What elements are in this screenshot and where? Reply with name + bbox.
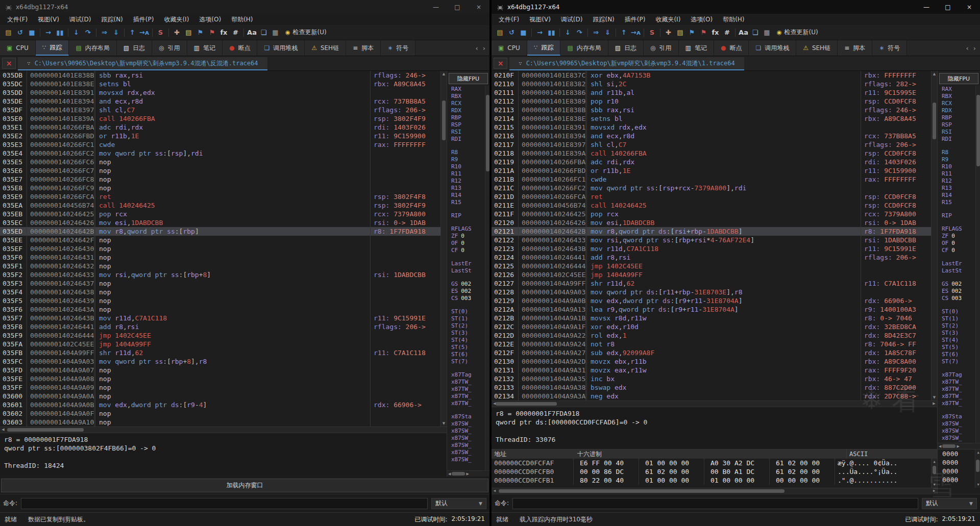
- register-item[interactable]: OF 0: [451, 240, 489, 247]
- register-item[interactable]: x87Tag: [451, 371, 489, 379]
- register-item[interactable]: [451, 365, 489, 371]
- register-item[interactable]: [942, 206, 980, 212]
- register-item[interactable]: CF 0: [451, 247, 489, 254]
- hide-fpu-button[interactable]: 隐藏FPU: [449, 73, 488, 84]
- register-item[interactable]: x87TW_: [942, 386, 980, 393]
- scroll-up-icon[interactable]: ▲: [441, 71, 447, 77]
- register-item[interactable]: x87SW_: [451, 456, 489, 463]
- label-icon[interactable]: ⚑: [686, 25, 698, 40]
- register-item[interactable]: x87SW_: [942, 435, 980, 442]
- trace-row[interactable]: 0212F 00000001404A9A27 sub edx,92099A8F …: [492, 348, 931, 357]
- function-icon[interactable]: fx: [709, 25, 721, 40]
- register-item[interactable]: [942, 407, 980, 413]
- registers-list[interactable]: RAX RBX RCX RDX RBP: [938, 86, 980, 443]
- registers-h-scrollbar[interactable]: ◀ ▶: [447, 470, 489, 477]
- layout-icon[interactable]: ▦: [761, 25, 773, 40]
- comment-icon[interactable]: ▤: [183, 25, 194, 40]
- trace-row[interactable]: 0212C 00000001404A9A1F xor edx,r10d rdx:…: [492, 322, 931, 331]
- register-item[interactable]: RDX: [451, 107, 489, 114]
- register-item[interactable]: [451, 302, 489, 308]
- command-type-select[interactable]: 默认 ▼: [431, 498, 486, 509]
- trace-row[interactable]: 02121 000000014024642B mov r8,qword ptr …: [492, 227, 931, 236]
- register-item[interactable]: x87SW_: [451, 435, 489, 442]
- trace-row[interactable]: 03600 00000001404A9A0A nop: [0, 392, 440, 400]
- script-toolbar-icon[interactable]: S: [646, 25, 658, 40]
- stack-preview-pane[interactable]: 0000000000000000 ▲ ▼: [938, 449, 980, 494]
- scrollbar-thumb[interactable]: [442, 101, 446, 140]
- register-item[interactable]: R9: [942, 156, 980, 163]
- trace-row[interactable]: 0211D 0000000140266FCA ret rsp: CCD0FCF8: [492, 192, 931, 201]
- trace-row[interactable]: 02119 0000000140266FBA adc rdi,rdx rdi: …: [492, 158, 931, 166]
- menu-item[interactable]: 选项(O): [685, 15, 718, 24]
- minimize-button[interactable]: —: [916, 0, 937, 14]
- step-out-icon[interactable]: ⇓: [602, 25, 614, 40]
- register-item[interactable]: CF 0: [942, 247, 980, 254]
- trace-row[interactable]: 035FE 00000001404A9A08 nop: [0, 374, 440, 383]
- register-item[interactable]: R10: [942, 163, 980, 170]
- scroll-up-icon[interactable]: ▲: [932, 459, 937, 465]
- register-item[interactable]: RAX: [942, 86, 980, 93]
- hash-icon[interactable]: #: [721, 25, 733, 40]
- step-over-icon[interactable]: ↷: [574, 25, 585, 40]
- register-item[interactable]: RBX: [451, 93, 489, 100]
- trace-row[interactable]: 035E2 0000000140266FBD or r11b,1E r11: 9…: [0, 132, 440, 140]
- dump-row[interactable]: 000000CCD0FCFB1 80 22 00 40 01 00 00 00 …: [492, 476, 931, 485]
- trace-row[interactable]: 035E7 0000000140266FC8 nop: [0, 175, 440, 184]
- registers-scrollbar[interactable]: [485, 86, 489, 470]
- tab-breakpoints[interactable]: ●断点: [714, 40, 749, 56]
- label-icon[interactable]: ⚑: [194, 25, 206, 40]
- register-item[interactable]: ST(4): [942, 337, 980, 344]
- trace-file-tab[interactable]: ∵ C:\Users\90965\Desktop\新vmp研究\刺杀vmp3.9…: [18, 57, 267, 70]
- font-icon[interactable]: Aa: [246, 25, 258, 40]
- register-item[interactable]: RDX: [942, 107, 980, 114]
- tab-script[interactable]: ≡脚本: [346, 40, 381, 56]
- trace-row[interactable]: 035EF 0000000140246430 nop: [0, 244, 440, 253]
- trace-row[interactable]: 035EA 0000000140456B74 call 140246425 rs…: [0, 201, 440, 210]
- close-button[interactable]: ×: [959, 0, 980, 14]
- register-item[interactable]: ST(4): [451, 337, 489, 344]
- trace-row[interactable]: 035ED 000000014024642B mov r8,qword ptr …: [0, 227, 440, 236]
- dump-rows[interactable]: 000000CCD0FCFAF E6 FF 00 40 01 00 00 00 …: [492, 459, 931, 488]
- minimize-button[interactable]: —: [425, 0, 447, 14]
- trace-row[interactable]: 035EE 000000014024642F nop: [0, 236, 440, 244]
- load-memory-button[interactable]: 加载内存窗口: [1, 479, 488, 492]
- menu-item[interactable]: 收藏夹(I): [159, 15, 194, 24]
- trace-row[interactable]: 02132 00000001404A9A35 inc bx rbx: 46-> …: [492, 374, 931, 383]
- register-item[interactable]: RCX: [451, 100, 489, 107]
- toolbar-icon[interactable]: [531, 29, 532, 37]
- scroll-right-icon[interactable]: ▶: [957, 444, 959, 448]
- trace-row[interactable]: 02125 0000000140246444 jmp 1402C45EE: [492, 262, 931, 270]
- title-bar[interactable]: x64dbg1127-x64 — □ ×: [0, 0, 489, 14]
- toolbar-icon[interactable]: [96, 29, 96, 37]
- tab-references[interactable]: ◎引用: [152, 40, 187, 56]
- register-item[interactable]: RSP: [451, 121, 489, 129]
- scroll-left-icon[interactable]: ◀: [448, 472, 451, 476]
- close-trace-button[interactable]: ×: [494, 58, 507, 69]
- toolbar-icon[interactable]: [616, 29, 616, 37]
- scroll-left-icon[interactable]: ◀: [939, 444, 941, 448]
- tab-trace[interactable]: ∵跟踪: [36, 40, 69, 56]
- register-item[interactable]: RFLAGS: [942, 226, 980, 233]
- open-folder-icon[interactable]: ▤: [494, 25, 506, 40]
- table-vertical-scrollbar[interactable]: ▲ ▼: [931, 71, 937, 400]
- trace-row[interactable]: 0211E 0000000140456B74 call 140246425 rs…: [492, 201, 931, 210]
- trace-table[interactable]: 035DB 00000001401E838B sbb rax,rsi rflag…: [0, 71, 440, 427]
- register-item[interactable]: [451, 254, 489, 260]
- register-item[interactable]: x87TW_: [942, 400, 980, 407]
- trace-row[interactable]: 035F9 0000000140246444 jmp 1402C45EE: [0, 331, 440, 340]
- dump-row[interactable]: 000000CCD0FCFAF E6 FF 00 40 01 00 00 00 …: [492, 459, 931, 467]
- register-item[interactable]: RBP: [451, 114, 489, 121]
- stop-icon[interactable]: ■: [518, 25, 529, 40]
- register-item[interactable]: R12: [451, 178, 489, 185]
- tab-references[interactable]: ◎引用: [644, 40, 678, 56]
- tab-seh-chain[interactable]: ⚠SEH链: [796, 40, 838, 56]
- register-item[interactable]: RBP: [942, 114, 980, 121]
- register-item[interactable]: ST(5): [942, 344, 980, 351]
- trace-row[interactable]: 035E4 0000000140266FC2 mov qword ptr ss:…: [0, 149, 440, 158]
- trace-row[interactable]: 02131 00000001404A9A31 movzx eax,r11w ra…: [492, 366, 931, 374]
- scroll-right-icon[interactable]: ▶: [931, 488, 937, 494]
- trace-row[interactable]: 02120 0000000140246426 mov esi,1DABDCBB …: [492, 218, 931, 227]
- register-item[interactable]: GS 002: [942, 281, 980, 288]
- dump-horizontal-scrollbar[interactable]: ◀ ▶: [492, 488, 937, 494]
- trace-row[interactable]: 02123 000000014024643B mov r11d,C7A1C118…: [492, 244, 931, 253]
